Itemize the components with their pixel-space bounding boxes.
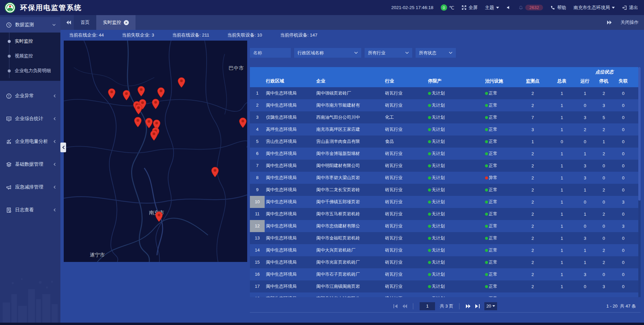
map-pin-icon[interactable]	[122, 90, 130, 101]
tab-close-icon[interactable]: ✕	[124, 20, 129, 25]
tab-home[interactable]: 首页	[74, 15, 96, 30]
row-index-text: 1	[256, 91, 258, 96]
table-row[interactable]: 13阆中生态环境局阆中市金福旺页岩机砖砖瓦行业无计划正常21300	[250, 232, 641, 244]
map-pin-icon[interactable]	[239, 117, 247, 128]
sidebar-item-basic-data-management[interactable]: 基础数据管理	[0, 157, 60, 172]
sidebar-item-enterprise-statistics[interactable]: 企业综合统计	[0, 111, 60, 126]
table-row[interactable]: 12阆中生态环境局阆中市忠信建材有限公砖瓦行业无计划正常21003	[250, 220, 641, 232]
cell-facility-status: 正常	[484, 283, 517, 289]
cell-production-status: 无计划	[427, 114, 484, 120]
status-filter-select[interactable]: 所有状态	[416, 48, 456, 58]
cell-meters-text: 1	[560, 187, 563, 193]
cell-facility-status: 异常	[484, 175, 517, 181]
sidebar-item-data-monitoring[interactable]: 数据监测	[0, 17, 60, 33]
cell-industry: 建材加工	[384, 295, 427, 297]
region-filter-value: 行政区域名称	[298, 50, 324, 56]
status-dot-green	[485, 249, 488, 252]
table-row[interactable]: 1阆中生态环境局阆中强锐页岩砖厂砖瓦行业无计划正常21120	[250, 87, 641, 99]
column-stopped: 停机	[594, 78, 613, 84]
map-pin-icon[interactable]	[211, 167, 219, 177]
table-row[interactable]: 7阆中生态环境局阆中明阳建材有限公司砖瓦行业无计划正常21300	[250, 160, 641, 172]
cell-offline-text: 3	[622, 200, 624, 205]
cell-monitor-points-text: 2	[531, 236, 534, 241]
help-button[interactable]: 帮助	[550, 5, 566, 11]
cell-running: 0	[576, 103, 594, 108]
table-row[interactable]: 3仪陇生态环境局西南油气田分公司川中化工无计划正常71350	[250, 111, 641, 123]
chevron-down-icon	[612, 7, 615, 9]
logout-button[interactable]: 退出	[622, 5, 638, 11]
map-pin-icon[interactable]	[155, 211, 163, 222]
table-row[interactable]: 14阆中生态环境局阆中大兴页岩机砖厂砖瓦行业无计划正常21120	[250, 244, 641, 256]
map-pin-icon[interactable]	[108, 88, 116, 99]
cell-company-text: 阆中市金福旺页岩机砖	[316, 235, 360, 240]
table-row[interactable]: 11阆中生态环境局阆中市五马桥页岩机砖砖瓦行业无计划正常21120	[250, 208, 641, 220]
table-row[interactable]: 9阆中生态环境局阆中市二龙长宝页岩砖砖瓦行业无计划正常21120	[250, 184, 641, 196]
table-row[interactable]: 5营山生态环境局营山县润丰肉食品有限食品无计划正常10010	[250, 136, 641, 148]
sidebar-item-log-view[interactable]: 日志查看	[0, 202, 60, 218]
map-pin-icon[interactable]	[134, 117, 142, 127]
sidebar-item-emergency-reduction[interactable]: 应急减排管理	[0, 179, 60, 195]
tab-realtime-monitoring[interactable]: 实时监控 ✕	[96, 15, 136, 30]
fullscreen-button[interactable]: 全屏	[462, 5, 478, 11]
sidebar-item-power-load-detail[interactable]: 企业电力负荷明细	[0, 63, 60, 78]
cell-facility-status-text: 正常	[489, 248, 497, 253]
last-page-button[interactable]	[475, 304, 480, 308]
cell-offline-text: 0	[622, 139, 624, 144]
industry-filter-select[interactable]: 所有行业	[365, 48, 412, 58]
map-pin-icon[interactable]	[135, 104, 143, 115]
notifications[interactable]: 2632	[519, 5, 543, 10]
cell-running: 3	[576, 175, 594, 180]
first-page-button[interactable]	[393, 304, 398, 308]
cell-meters: 1	[548, 296, 576, 297]
layers-icon	[6, 162, 12, 167]
cell-facility-status: 正常	[484, 90, 517, 96]
cell-industry-text: 建材加工	[385, 296, 402, 297]
page-number-input[interactable]	[420, 302, 435, 310]
tabs-scroll-left-button[interactable]	[64, 20, 74, 24]
sidebar-item-realtime-monitoring[interactable]: 实时监控	[0, 34, 60, 49]
prev-page-button[interactable]	[402, 304, 407, 308]
theme-menu[interactable]: 主题	[485, 5, 499, 11]
sidebar-item-enterprise-anomaly[interactable]: 企业异常	[0, 88, 60, 104]
map-pin-icon[interactable]	[152, 99, 160, 109]
page-size-select[interactable]: 20	[484, 302, 497, 310]
map-panel[interactable]: 巴中市南充市遂宁市	[64, 41, 247, 262]
map-pin-icon[interactable]	[157, 87, 165, 98]
sidebar-collapse-button[interactable]	[60, 143, 66, 152]
close-operations-button[interactable]: 关闭操作	[621, 19, 639, 25]
map-pin-icon[interactable]	[145, 118, 153, 128]
cell-company-text: 阆中千佛镇五郎垭页岩	[316, 199, 360, 204]
table-scrollbar[interactable]	[638, 67, 641, 297]
table-row[interactable]: 17阆中生态环境局阆中市江南镇阆南页岩砖瓦行业无计划正常21030	[250, 280, 641, 292]
user-org-menu[interactable]: 南充市生态环境局	[574, 5, 615, 11]
table-row[interactable]: 2阆中生态环境局阆中市南方节能建材有砖瓦行业无计划正常21030	[250, 99, 641, 111]
cell-stopped-text: 0	[602, 236, 605, 241]
cell-stopped-text: 6	[602, 296, 605, 297]
help-label: 帮助	[557, 5, 566, 11]
cell-monitor-points: 2	[517, 200, 548, 205]
table-row[interactable]: 16阆中生态环境局阆中市石子页岩机砖厂砖瓦行业无计划正常21300	[250, 268, 641, 280]
table-row[interactable]: 10阆中生态环境局阆中千佛镇五郎垭页岩砖瓦行业无计划正常21003	[250, 196, 641, 208]
chevron-left-icon	[53, 94, 56, 98]
table-row[interactable]: 15阆中生态环境局阆中市光富页岩机砖厂砖瓦行业无计划正常21120	[250, 256, 641, 268]
next-page-button[interactable]	[466, 304, 471, 308]
map-pin-icon[interactable]	[137, 86, 145, 97]
region-filter-select[interactable]: 行政区域名称	[294, 48, 361, 58]
cell-production-status-text: 无计划	[432, 163, 445, 168]
stats-icon	[6, 116, 12, 122]
table-row[interactable]: 4高坪生态环境局南充市高坪区王家店建砖瓦行业无计划正常31220	[250, 123, 641, 136]
name-filter-input[interactable]	[250, 48, 291, 58]
map-pin-icon[interactable]	[150, 130, 158, 141]
sidebar-item-power-usage-analysis[interactable]: 企业用电量分析	[0, 134, 60, 149]
sidebar-item-video-monitoring[interactable]: 视频监控	[0, 49, 60, 63]
map-pin-icon[interactable]	[177, 77, 185, 88]
cell-facility-status-text: 正常	[489, 103, 497, 108]
table-row[interactable]: 18南部生态环境局南部县砂华山砂有限公建材加工无计划正常21060	[250, 292, 641, 297]
table-row[interactable]: 8阆中生态环境局阆中市枣碧大梁山页岩砖瓦行业无计划异常21300	[250, 172, 641, 184]
tabs-scroll-right-button[interactable]	[604, 20, 614, 24]
table-row[interactable]: 6阆中生态环境局阆中市金博瑞新型墙材砖瓦行业无计划正常21120	[250, 148, 641, 160]
cell-monitor-points: 3	[517, 127, 548, 132]
chevron-left-icon	[53, 117, 56, 120]
sound-button[interactable]	[506, 5, 511, 10]
cell-production-status-text: 无计划	[432, 139, 445, 144]
